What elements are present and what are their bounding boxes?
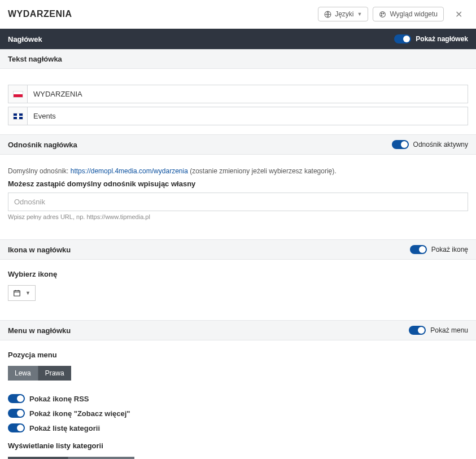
header-text-en-row — [8, 107, 468, 125]
svg-rect-5 — [14, 291, 20, 296]
show-menu-toggle[interactable] — [409, 326, 426, 335]
link-active-toggle[interactable] — [392, 140, 409, 149]
widget-appearance-button[interactable]: Wygląd widgetu — [373, 7, 444, 21]
section-header-link-label: Odnośnik nagłówka — [8, 141, 77, 149]
svg-point-4 — [381, 15, 382, 16]
menu-position-group: Lewa Prawa — [8, 366, 71, 381]
catlist-toggle-label: Pokaż listę kategorii — [29, 424, 100, 432]
header-actions: Języki ▼ Wygląd widgetu ✕ — [318, 7, 466, 21]
languages-button[interactable]: Języki ▼ — [318, 7, 368, 21]
more-toggle-label: Pokaż ikonę "Zobacz więcej" — [29, 409, 130, 418]
more-toggle-row: Pokaż ikonę "Zobacz więcej" — [8, 409, 468, 418]
more-toggle[interactable] — [8, 409, 25, 418]
section-header-text-label: Tekst nagłówka — [8, 55, 62, 63]
icon-picker[interactable]: ▼ — [8, 285, 36, 301]
show-menu-toggle-wrap: Pokaż menu — [409, 326, 468, 335]
menu-position-left[interactable]: Lewa — [8, 366, 38, 381]
catlist-toggle[interactable] — [8, 423, 25, 432]
flag-gb-icon — [8, 107, 28, 125]
show-icon-toggle[interactable] — [410, 245, 427, 254]
header-text-pl-input[interactable] — [28, 85, 468, 103]
show-header-toggle-wrap: Pokaż nagłówek — [394, 34, 468, 43]
svg-point-2 — [381, 13, 382, 14]
choose-icon-label: Wybierz ikonę — [8, 270, 468, 278]
default-link-url[interactable]: https://demopl.4media.com/wydarzenia — [71, 167, 188, 175]
section-header-menu: Menu w nagłówku Pokaż menu — [0, 320, 476, 340]
cat-display-group: Lista rozwijalna Lista w jednej linii — [8, 457, 134, 459]
rss-toggle-label: Pokaż ikonę RSS — [29, 395, 89, 403]
chevron-down-icon: ▼ — [357, 11, 362, 17]
calendar-icon — [13, 289, 21, 297]
default-link-text: Domyślny odnośnik: https://demopl.4media… — [8, 167, 468, 175]
default-link-suffix: (zostanie zmieniony jeżeli wybierzesz ka… — [188, 167, 337, 175]
close-button[interactable]: ✕ — [452, 9, 466, 20]
section-header-icon: Ikona w nagłówku Pokaż ikonę — [0, 239, 476, 260]
cat-display-dropdown[interactable]: Lista rozwijalna — [8, 457, 68, 459]
override-link-input[interactable] — [8, 193, 115, 211]
section-header-link: Odnośnik nagłówka Odnośnik aktywny — [0, 134, 476, 155]
menu-position-label: Pozycja menu — [8, 351, 468, 359]
rss-toggle[interactable] — [8, 394, 25, 403]
globe-icon — [324, 11, 331, 18]
modal-header: WYDARZENIA Języki ▼ Wygląd widgetu ✕ — [0, 0, 476, 29]
page-title: WYDARZENIA — [8, 9, 72, 19]
flag-pl-icon — [8, 85, 28, 103]
override-link-label: Możesz zastąpić domyślny odnośnik wpisuj… — [8, 180, 468, 188]
override-link-hint: Wpisz pełny adres URL, np. https://www.t… — [8, 213, 468, 220]
chevron-down-icon: ▼ — [25, 290, 30, 296]
section-header-naglowek: Nagłówek Pokaż nagłówek — [0, 29, 476, 49]
widget-appearance-button-label: Wygląd widgetu — [390, 10, 438, 18]
section-header-text: Tekst nagłówka — [0, 49, 476, 69]
cat-display-inline[interactable]: Lista w jednej linii — [68, 457, 134, 459]
section-header-menu-label: Menu w nagłówku — [8, 326, 71, 335]
header-text-pl-row — [8, 85, 468, 103]
section-header-icon-label: Ikona w nagłówku — [8, 246, 71, 254]
svg-point-1 — [380, 11, 386, 17]
header-text-en-input[interactable] — [28, 107, 468, 125]
link-active-toggle-label: Odnośnik aktywny — [413, 141, 468, 148]
show-header-toggle[interactable] — [394, 34, 411, 43]
link-active-toggle-wrap: Odnośnik aktywny — [392, 140, 468, 149]
menu-position-right[interactable]: Prawa — [38, 366, 71, 381]
show-menu-toggle-label: Pokaż menu — [430, 326, 468, 334]
languages-button-label: Języki — [335, 10, 353, 18]
show-icon-toggle-label: Pokaż ikonę — [431, 246, 468, 253]
catlist-toggle-row: Pokaż listę kategorii — [8, 423, 468, 432]
show-header-toggle-label: Pokaż nagłówek — [416, 35, 468, 43]
section-header-label: Nagłówek — [8, 35, 42, 43]
scroll-area[interactable]: Nagłówek Pokaż nagłówek Tekst nagłówka O… — [0, 29, 476, 459]
cat-display-label: Wyświetlanie listy kategorii — [8, 441, 468, 450]
show-icon-toggle-wrap: Pokaż ikonę — [410, 245, 468, 254]
default-link-prefix: Domyślny odnośnik: — [8, 167, 71, 175]
rss-toggle-row: Pokaż ikonę RSS — [8, 394, 468, 403]
svg-point-3 — [383, 13, 385, 14]
palette-icon — [379, 11, 386, 18]
